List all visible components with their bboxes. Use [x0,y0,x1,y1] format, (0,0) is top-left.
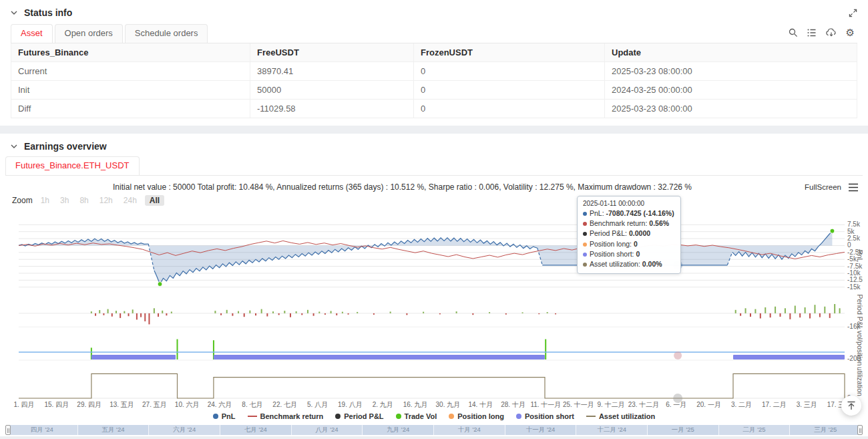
navigator-month-cell: 五月 '24 [78,425,150,435]
zoom-range-selector: Zoom 1h3h8h12h24hAll [5,194,863,206]
navigator-month-cell: 十一月 '24 [505,425,577,435]
svg-text:1. 四月: 1. 四月 [13,401,34,408]
svg-text:25. 十一月: 25. 十一月 [563,401,594,408]
svg-text:19. 八月: 19. 八月 [338,401,363,408]
legend-item-trade-vol[interactable]: Trade Vol [396,412,437,420]
svg-text:6. 一月: 6. 一月 [666,401,686,408]
svg-text:24. 六月: 24. 六月 [208,401,232,408]
table-row: Init5000002024-03-25 00:00:00 [11,81,857,100]
svg-text:15. 四月: 15. 四月 [44,401,69,408]
table-column-header: Update [605,43,857,62]
svg-text:3. 二月: 3. 二月 [731,401,752,408]
table-cell: 50000 [250,81,414,100]
chart-title-row: Initial net value : 50000 Total profit: … [5,182,863,192]
page: Status info Asset Open orders Schedule o… [0,0,868,436]
tab-futures-binance-eth-usdt[interactable]: Futures_Binance.ETH_USDT [5,156,140,175]
zoom-button-1h[interactable]: 1h [38,196,52,205]
legend-item-pnl[interactable]: PnL [213,412,236,420]
svg-text:27. 五月: 27. 五月 [142,401,167,408]
zoom-button-all[interactable]: All [145,195,164,206]
tab-asset[interactable]: Asset [11,24,53,43]
svg-text:23. 十二月: 23. 十二月 [628,401,660,408]
legend-item-benchmark-return[interactable]: Benchmark return [248,412,324,420]
chart-navigator[interactable]: 四月 '24五月 '24六月 '24七月 '24八月 '24九月 '24十月 '… [7,425,861,435]
tab-schedule-orders[interactable]: Schedule orders [125,24,208,43]
back-to-top-button[interactable] [841,396,861,416]
navigator-month-cell: 一月 '25 [648,425,719,435]
collapse-chevron-icon[interactable] [11,144,17,149]
legend-item-position-short[interactable]: Position short [516,412,574,420]
fullscreen-button[interactable]: FullScreen [805,183,841,191]
table-cell: 0 [414,81,605,100]
earnings-tabbar: Futures_Binance.ETH_USDT [5,156,863,176]
chart-section: Zoom 1h3h8h12h24hAll 7.5k5k2.5k0-2.5k-5k… [5,194,863,435]
search-icon[interactable] [789,28,798,37]
zoom-button-3h[interactable]: 3h [57,196,71,205]
table-column-header: FrozenUSDT [414,43,605,62]
svg-text:0: 0 [847,241,851,249]
table-column-header: FreeUSDT [250,43,414,62]
legend-marker-icon [449,414,454,419]
svg-text:2.5k: 2.5k [847,235,861,242]
table-toolbar: ⚙ [789,28,857,43]
svg-text:5. 八月: 5. 八月 [307,401,328,408]
cloud-download-icon[interactable] [826,28,837,37]
chart-legend: PnLBenchmark returnPeriod P&LTrade VolPo… [5,411,863,422]
chart-menu-icon[interactable] [848,183,859,192]
legend-marker-icon [586,416,596,417]
asset-table: Futures_BinanceFreeUSDTFrozenUSDTUpdate … [11,43,857,118]
table-row: Current38970.4102025-03-23 08:00:00 [11,62,857,81]
svg-text:7.5k: 7.5k [847,221,861,228]
svg-text:3. 三月: 3. 三月 [797,401,817,408]
navigator-month-cell: 六月 '24 [149,425,220,435]
collapse-chevron-icon[interactable] [11,11,17,15]
earnings-chart[interactable]: 7.5k5k2.5k0-2.5k-5k-7.5k-10k-12.5k-15k-1… [5,206,863,410]
table-cell: 0 [414,62,605,81]
legend-marker-icon [396,414,401,419]
svg-text:8. 七月: 8. 七月 [242,401,262,408]
table-cell: 2024-03-25 00:00:00 [605,81,857,100]
table-row: Diff-11029.5802025-03-23 08:00:00 [11,100,857,118]
svg-text:-5k: -5k [847,255,857,263]
zoom-button-12h[interactable]: 12h [97,196,116,205]
navigator-month-cell: 三月 '25 [790,425,861,435]
svg-text:-15k: -15k [847,283,861,291]
svg-text:30. 九月: 30. 九月 [436,401,461,408]
svg-text:vol/position: vol/position [856,331,863,366]
zoom-button-8h[interactable]: 8h [77,196,91,205]
svg-text:10. 六月: 10. 六月 [175,401,200,408]
earnings-panel-header: Earnings overview [5,138,863,155]
svg-text:PnL: PnL [856,250,863,263]
navigator-month-cell: 八月 '24 [292,425,363,435]
table-column-header: Futures_Binance [11,43,250,62]
legend-item-period-p-l[interactable]: Period P&L [335,412,383,420]
chart-stats-title: Initial net value : 50000 Total profit: … [5,182,799,192]
navigator-handle-right[interactable] [857,425,863,435]
svg-text:9. 十二月: 9. 十二月 [598,401,625,408]
legend-marker-icon [335,414,341,419]
svg-text:utilization: utilization [856,367,863,396]
zoom-button-24h[interactable]: 24h [121,196,140,205]
legend-marker-icon [213,414,218,419]
navigator-handle-left[interactable] [5,425,11,435]
unordered-list-icon[interactable] [807,28,817,37]
navigator-month-cell: 十月 '24 [434,425,505,435]
legend-item-asset-utilization[interactable]: Asset utilization [586,412,655,420]
settings-gear-icon[interactable]: ⚙ [846,28,855,37]
expand-icon[interactable] [849,9,857,17]
svg-text:-10k: -10k [847,269,861,277]
svg-text:11. 十一月: 11. 十一月 [530,401,561,408]
status-panel-header: Status info [11,4,857,21]
navigator-month-cell: 四月 '24 [7,425,78,435]
zoom-label: Zoom [12,196,33,205]
status-info-panel: Status info Asset Open orders Schedule o… [0,0,868,126]
svg-text:16. 九月: 16. 九月 [403,401,428,408]
panel-title: Earnings overview [24,141,107,152]
table-cell: 38970.41 [250,62,414,81]
tab-open-orders[interactable]: Open orders [55,24,123,43]
legend-marker-icon [516,414,521,419]
legend-item-position-long[interactable]: Position long [449,412,504,420]
table-cell[interactable]: Current [11,62,250,81]
svg-text:14. 十月: 14. 十月 [468,401,493,408]
table-cell: 2025-03-23 08:00:00 [605,100,857,118]
